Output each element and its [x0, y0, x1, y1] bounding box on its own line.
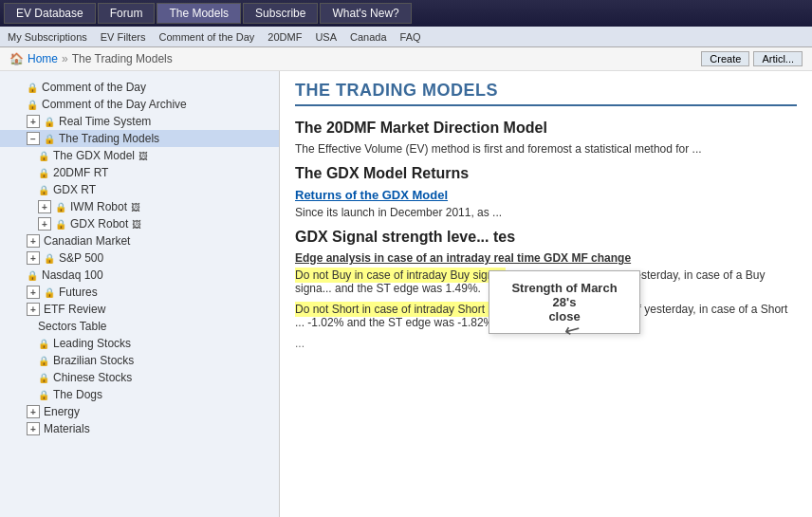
lock-icon: 🔒 [38, 168, 49, 178]
img-icon: 🖼 [131, 202, 140, 212]
sidebar-item-comment-archive[interactable]: 🔒 Comment of the Day Archive [0, 96, 279, 113]
subnav-ev-filters[interactable]: EV Filters [101, 31, 146, 43]
edge-label: Edge analysis in case of an intraday rea… [295, 251, 797, 265]
expand-icon[interactable]: + [27, 251, 40, 265]
breadcrumb-home[interactable]: Home [28, 52, 58, 65]
lock-icon: 🔒 [38, 390, 49, 400]
expand-icon[interactable]: + [27, 115, 40, 128]
subnav-20dmf[interactable]: 20DMF [268, 31, 302, 43]
sidebar-item-gdx-model[interactable]: 🔒 The GDX Model 🖼 [0, 147, 279, 164]
section1-heading: The 20DMF Market Direction Model [295, 120, 797, 137]
sidebar-item-energy[interactable]: + Energy [0, 403, 279, 420]
subnav-usa[interactable]: USA [315, 31, 337, 43]
article-button[interactable]: Articl... [753, 51, 803, 66]
lock-icon: 🔒 [44, 134, 55, 144]
main-layout: 🔒 Comment of the Day 🔒 Comment of the Da… [0, 71, 812, 517]
sidebar: 🔒 Comment of the Day 🔒 Comment of the Da… [0, 71, 280, 517]
expand-icon[interactable]: + [27, 422, 40, 435]
lock-icon: 🔒 [55, 202, 66, 212]
lock-icon: 🔒 [38, 185, 49, 195]
top-nav: EV Database Forum The Models Subscribe W… [0, 0, 812, 27]
expand-icon[interactable]: + [27, 405, 40, 418]
expand-icon[interactable]: + [38, 217, 51, 231]
sidebar-item-sectors-table[interactable]: Sectors Table [0, 318, 279, 335]
subnav-my-subscriptions[interactable]: My Subscriptions [8, 31, 87, 43]
nav-models[interactable]: The Models [157, 3, 241, 24]
sidebar-item-gdx-rt[interactable]: 🔒 GDX RT [0, 181, 279, 198]
sidebar-item-iwm-robot[interactable]: + 🔒 IWM Robot 🖼 [0, 198, 279, 215]
content-ellipsis: ... [295, 337, 797, 350]
create-button[interactable]: Create [701, 51, 749, 66]
signal-line2-highlight: Do not Short in case of intraday Short s… [295, 302, 521, 317]
sub-nav: My Subscriptions EV Filters Comment of t… [0, 27, 812, 47]
nav-whats-new[interactable]: What's New? [320, 3, 411, 24]
lock-icon: 🔒 [27, 100, 38, 110]
sidebar-item-real-time-system[interactable]: + 🔒 Real Time System [0, 113, 279, 130]
sidebar-item-leading-stocks[interactable]: 🔒 Leading Stocks [0, 335, 279, 352]
expand-icon[interactable]: + [27, 303, 40, 316]
sidebar-item-canadian-market[interactable]: + Canadian Market [0, 232, 279, 249]
section1-text: The Effective Volume (EV) method is firs… [295, 142, 797, 156]
expand-icon[interactable]: + [27, 234, 40, 248]
home-icon: 🏠 [9, 52, 24, 65]
subnav-faq[interactable]: FAQ [400, 31, 421, 43]
lock-icon: 🔒 [38, 356, 49, 366]
subnav-canada[interactable]: Canada [350, 31, 387, 43]
nav-subscribe[interactable]: Subscribe [243, 3, 318, 24]
lock-icon: 🔒 [38, 151, 49, 161]
lock-icon: 🔒 [44, 253, 55, 264]
content-area: THE TRADING MODELS The 20DMF Market Dire… [280, 71, 812, 517]
nav-ev-database[interactable]: EV Database [4, 3, 96, 24]
img-icon: 🖼 [138, 151, 148, 161]
lock-icon: 🔒 [44, 287, 55, 298]
callout-tooltip: Strength of March 28's close [489, 270, 640, 334]
expand-icon[interactable]: + [27, 286, 40, 299]
sidebar-item-gdx-robot[interactable]: + 🔒 GDX Robot 🖼 [0, 215, 279, 232]
sidebar-item-20dmf-rt[interactable]: 🔒 20DMF RT [0, 164, 279, 181]
signal-heading: GDX Signal strength leve... tes [295, 229, 797, 246]
collapse-icon[interactable]: − [27, 132, 40, 145]
section2-text: Since its launch in December 2011, as ..… [295, 206, 797, 219]
sidebar-item-chinese-stocks[interactable]: 🔒 Chinese Stocks [0, 369, 279, 386]
subnav-comment-of-day[interactable]: Comment of the Day [158, 31, 254, 43]
lock-icon: 🔒 [44, 117, 55, 127]
lock-icon: 🔒 [38, 373, 49, 383]
lock-icon: 🔒 [55, 219, 66, 230]
callout-line1: Strength of March 28's [511, 281, 617, 309]
img-icon: 🖼 [132, 219, 141, 230]
lock-icon: 🔒 [27, 270, 38, 281]
page-title: THE TRADING MODELS [295, 81, 797, 106]
sidebar-item-brazilian-stocks[interactable]: 🔒 Brazilian Stocks [0, 352, 279, 369]
breadcrumb-current: The Trading Models [72, 52, 173, 65]
sidebar-item-comment-of-day[interactable]: 🔒 Comment of the Day [0, 79, 279, 96]
lock-icon: 🔒 [38, 339, 49, 349]
sidebar-item-futures[interactable]: + 🔒 Futures [0, 284, 279, 301]
breadcrumb: 🏠 Home » The Trading Models Create Artic… [0, 47, 812, 71]
sidebar-item-sp500[interactable]: + 🔒 S&P 500 [0, 249, 279, 267]
sidebar-item-materials[interactable]: + Materials [0, 420, 279, 437]
sidebar-item-etf-review[interactable]: + ETF Review [0, 301, 279, 318]
section2-heading: The GDX Model Returns [295, 165, 797, 182]
sidebar-item-trading-models[interactable]: − 🔒 The Trading Models [0, 130, 279, 147]
nav-forum[interactable]: Forum [98, 3, 156, 24]
sidebar-item-the-dogs[interactable]: 🔒 The Dogs [0, 386, 279, 403]
lock-icon: 🔒 [27, 83, 38, 93]
section2-subtitle[interactable]: Returns of the GDX Model [295, 188, 797, 202]
expand-icon[interactable]: + [38, 200, 51, 213]
sidebar-item-nasdaq[interactable]: 🔒 Nasdaq 100 [0, 267, 279, 284]
signal-line1-highlight: Do not Buy in case of intraday Buy signa… [295, 268, 506, 283]
